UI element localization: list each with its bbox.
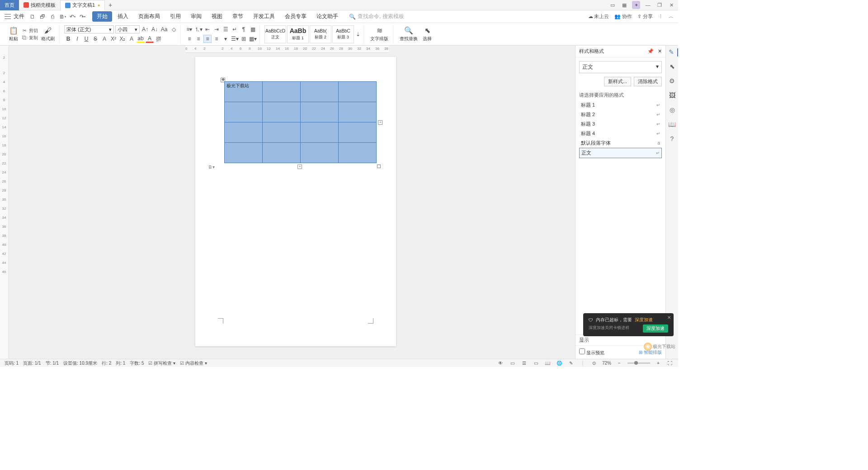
view-print-icon[interactable]: ▭ [532, 360, 539, 367]
tab-start[interactable]: 开始 [92, 11, 112, 22]
status-section[interactable]: 节: 1/1 [46, 360, 59, 367]
bold-button[interactable]: B [64, 35, 72, 43]
save-icon[interactable]: 🗋 [29, 13, 36, 20]
zoom-slider[interactable] [627, 362, 650, 364]
clear-format-icon[interactable]: ◇ [170, 25, 178, 33]
superscript-button[interactable]: X² [109, 35, 118, 43]
bullets-button[interactable]: ≡▾ [185, 25, 193, 33]
table-cell[interactable] [225, 102, 263, 122]
grid-icon[interactable]: ▦ [620, 1, 628, 9]
tab-templates[interactable]: 找稻壳模板 [19, 0, 60, 10]
view-web-icon[interactable]: ▭ [509, 360, 516, 367]
find-replace-button[interactable]: 🔍查找替换 [398, 25, 420, 43]
italic-button[interactable]: I [73, 35, 81, 43]
sidebar-help-icon[interactable]: ? [668, 135, 676, 143]
table-cell[interactable] [263, 143, 301, 163]
style-heading1[interactable]: AaBb标题 1 [287, 25, 309, 43]
show-preview-checkbox[interactable]: 显示预览 [579, 348, 604, 356]
hamburger-icon[interactable] [5, 14, 11, 20]
font-effect-button[interactable]: A [100, 35, 108, 43]
show-marks-button[interactable]: ¶ [240, 25, 248, 33]
sidebar-location-icon[interactable]: ◎ [668, 106, 676, 114]
increase-font-icon[interactable]: A↑ [141, 25, 149, 33]
table-cell[interactable] [225, 122, 263, 143]
tab-member[interactable]: 会员专享 [280, 11, 311, 22]
export-icon[interactable]: 🗎▾ [59, 13, 66, 20]
layout-icon[interactable]: ▭ [609, 1, 617, 9]
tab-home[interactable]: 首页 [0, 0, 19, 10]
fullscreen-icon[interactable]: ⛶ [666, 360, 674, 367]
status-page-number[interactable]: 页码: 1 [5, 360, 19, 367]
pin-icon[interactable]: 📌 [647, 48, 654, 54]
sidebar-book-icon[interactable]: 📖 [668, 121, 676, 129]
paste-button[interactable]: 📋粘贴 [7, 25, 20, 43]
phonetic-button[interactable]: 拼 [155, 35, 163, 43]
clear-format-button[interactable]: 清除格式 [634, 77, 662, 86]
page-footer-icon[interactable]: 🗎▾ [208, 164, 215, 169]
strikethrough-button[interactable]: S [91, 35, 99, 43]
sidebar-select-icon[interactable]: ⬉ [668, 63, 676, 71]
table-cell[interactable] [339, 122, 377, 143]
copy-button[interactable]: ⿻复制 [21, 35, 38, 41]
more-icon[interactable]: ⋮ [658, 14, 663, 19]
collapse-ribbon-icon[interactable]: ︿ [669, 13, 674, 20]
zoom-value[interactable]: 72% [602, 361, 611, 366]
style-heading3[interactable]: AaBbC标题 3 [332, 25, 354, 43]
style-list-item[interactable]: 标题 1↵ [579, 100, 662, 110]
file-menu[interactable]: 文件 [14, 13, 24, 20]
collab-button[interactable]: 👥 协作 [614, 13, 632, 20]
document-page[interactable]: ✥ 极光下载站 + + 🗎▾ [195, 57, 396, 346]
cut-button[interactable]: ✂剪切 [21, 28, 38, 34]
table-cell[interactable] [339, 82, 377, 102]
line-break-button[interactable]: ↵ [231, 25, 239, 33]
view-read-icon[interactable]: 📖 [544, 360, 551, 367]
align-center-button[interactable]: ≡ [194, 35, 203, 43]
status-spellcheck[interactable]: ☑ 拼写检查 ▾ [148, 360, 175, 367]
undo-icon[interactable]: ↶▾ [69, 13, 76, 20]
status-line[interactable]: 行: 2 [102, 360, 111, 367]
table-add-column-button[interactable]: + [378, 120, 382, 125]
share-button[interactable]: ⇪ 分享 [637, 13, 653, 20]
table-cell[interactable] [225, 143, 263, 163]
cloud-status[interactable]: ☁未上云 [588, 13, 609, 20]
tab-view[interactable]: 视图 [207, 11, 227, 22]
highlight-button[interactable]: ab [137, 35, 145, 43]
shading-button[interactable]: ▾ [222, 35, 230, 43]
font-name-select[interactable]: 宋体 (正文)▾ [64, 25, 114, 33]
table-cell[interactable] [301, 143, 339, 163]
format-painter-button[interactable]: 🖌格式刷 [39, 25, 57, 43]
print-icon[interactable]: ⎙ [49, 13, 56, 20]
status-position[interactable]: 设置值: 10.9厘米 [63, 360, 97, 367]
sidebar-style-icon[interactable]: ✎ [666, 48, 678, 56]
tab-page-layout[interactable]: 页面布局 [134, 11, 165, 22]
table-add-row-button[interactable]: + [297, 164, 302, 169]
table-cell[interactable] [301, 102, 339, 122]
eye-icon[interactable]: 👁 [497, 360, 504, 367]
style-list-item-selected[interactable]: 正文↵ [579, 148, 662, 158]
status-column[interactable]: 列: 1 [116, 360, 125, 367]
status-contentcheck[interactable]: ☑ 内容检查 ▾ [180, 360, 207, 367]
table-button[interactable]: ▦▾ [249, 35, 257, 43]
sort-button[interactable]: ☰ [222, 25, 230, 33]
document-table[interactable]: 极光下载站 [224, 81, 377, 163]
align-left-button[interactable]: ≡ [185, 35, 193, 43]
ai-assistant-icon[interactable]: ✦ [632, 1, 640, 9]
table-cell[interactable] [263, 102, 301, 122]
table-cell[interactable] [263, 82, 301, 102]
style-list-item[interactable]: 标题 2↵ [579, 110, 662, 119]
style-normal[interactable]: AaBbCcD正文 [264, 25, 286, 43]
select-button[interactable]: ⬉选择 [421, 25, 434, 43]
tab-sections[interactable]: 章节 [228, 11, 248, 22]
style-list-item[interactable]: 默认段落字体a [579, 138, 662, 148]
text-layout-button[interactable]: ≋文字排版 [368, 25, 390, 43]
focus-icon[interactable]: ⊙ [590, 360, 598, 367]
change-case-icon[interactable]: Aa [160, 25, 168, 33]
checkbox[interactable] [579, 348, 585, 354]
tab-stops-button[interactable]: ⊞ [240, 35, 248, 43]
table-cell[interactable] [263, 122, 301, 143]
current-style-select[interactable]: 正文 ▾ [579, 61, 662, 73]
borders-button[interactable]: ▦ [249, 25, 257, 33]
table-cell[interactable]: 极光下载站 [225, 82, 263, 102]
maximize-button[interactable]: ❐ [656, 1, 664, 9]
close-panel-icon[interactable]: ✕ [658, 48, 662, 54]
